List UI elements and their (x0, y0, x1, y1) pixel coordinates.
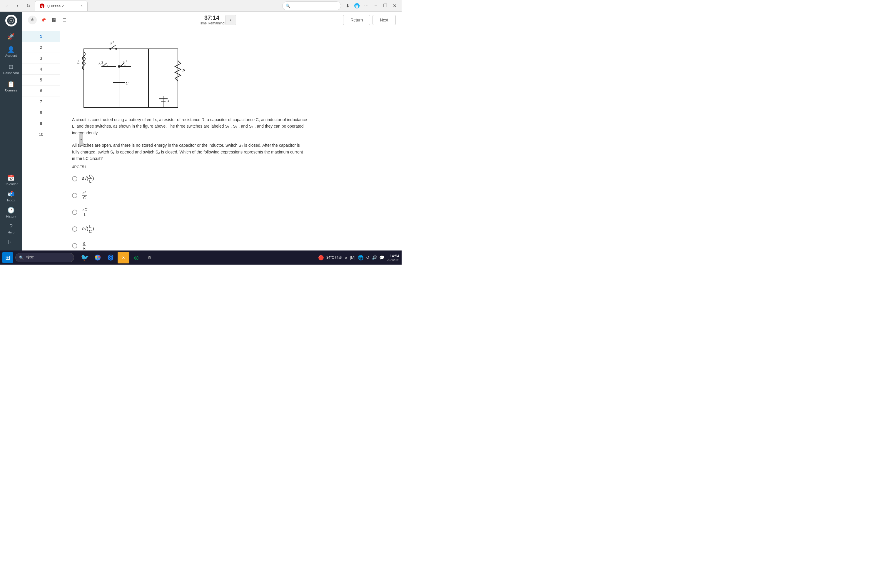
question-nav-item-10[interactable]: 10 (22, 129, 60, 140)
panel-collapse-button[interactable]: ▸ (79, 134, 83, 145)
browser-translate-button[interactable]: 🌐 (353, 2, 361, 10)
help-icon: ? (9, 223, 13, 230)
question-id: 4PCE51 (72, 165, 390, 169)
svg-point-21 (124, 66, 126, 68)
question-nav-item-6[interactable]: 6 (22, 86, 60, 96)
taskbar-app-green[interactable]: ◎ (130, 252, 142, 263)
taskbar-app-monitor[interactable]: 🖥 (144, 252, 155, 263)
choice-a-expr: ε√(CL) (82, 174, 94, 183)
question-stem: All switches are open, and there is no s… (72, 142, 307, 162)
browser-refresh-button[interactable]: ↻ (24, 2, 32, 10)
answer-choices: ε√(CL) εL C (72, 174, 248, 250)
question-nav-panel: 1 2 3 4 5 6 7 8 9 10 (22, 28, 60, 250)
pin-button[interactable]: 📌 (39, 16, 47, 24)
courses-label: Courses (5, 88, 17, 92)
sidebar-collapse-button[interactable]: |← (3, 236, 19, 248)
sidebar-item-courses[interactable]: 📋 Courses (0, 78, 22, 94)
top-bar-logo (28, 16, 37, 24)
radio-b[interactable] (72, 193, 77, 198)
sidebar-item-account[interactable]: 👤 Account (0, 44, 22, 60)
calendar-label: Calendar (4, 182, 18, 186)
question-nav-item-7[interactable]: 7 (22, 96, 60, 107)
svg-text:ε: ε (168, 98, 170, 103)
sidebar-item-dashboard[interactable]: ⊞ Dashboard (0, 61, 22, 77)
taskbar-app-yellow[interactable]: X (118, 252, 129, 263)
sidebar-item-history[interactable]: 🕐 History (3, 204, 19, 220)
browser-close-button[interactable]: ✕ (390, 2, 399, 10)
help-label: Help (8, 231, 14, 234)
browser-actions: ⬇ 🌐 ⋯ − ❐ ✕ (344, 2, 399, 10)
question-nav-item-8[interactable]: 8 (22, 107, 60, 118)
start-button[interactable]: ⊞ (2, 252, 13, 263)
notebook-button[interactable]: 📓 (50, 16, 58, 24)
svg-text:S: S (99, 62, 100, 66)
next-button[interactable]: Next (372, 15, 396, 25)
answer-choice-d[interactable]: ε√(LC) (72, 224, 248, 234)
taskbar-app-chrome[interactable] (92, 252, 104, 263)
question-nav-item-3[interactable]: 3 (22, 53, 60, 64)
tab-close-button[interactable]: × (81, 4, 82, 8)
question-nav-item-9[interactable]: 9 (22, 118, 60, 129)
calendar-icon: 📅 (8, 174, 15, 182)
question-nav-item-5[interactable]: 5 (22, 75, 60, 86)
account-icon: 👤 (8, 46, 15, 53)
choice-c-expr: εC L (82, 207, 88, 217)
taskbar-notification-icon[interactable]: 💬 (379, 255, 384, 260)
taskbar-globe-icon: 🌐 (358, 255, 364, 261)
taskbar-weather: 34°C 晴朗 (326, 255, 342, 260)
question-description: A circuit is constructed using a battery… (72, 116, 307, 136)
taskbar-right: 🔴 34°C 晴朗 ∧ |M| 🌐 ↺ 🔊 💬 14:54 2024/9/6 (318, 254, 399, 262)
radio-e[interactable] (72, 243, 77, 248)
collapse-icon: |← (8, 239, 14, 244)
browser-menu-button[interactable]: ⋯ (362, 2, 370, 10)
radio-a[interactable] (72, 176, 77, 182)
taskbar-volume-icon: 🔊 (372, 255, 377, 260)
menu-button[interactable]: ☰ (60, 16, 69, 24)
taskbar-search-label: 搜索 (26, 255, 34, 260)
taskbar-search[interactable]: 🔍 搜索 (15, 253, 74, 262)
sidebar-item-home[interactable]: 🚀 (0, 31, 22, 42)
browser-forward-button[interactable]: › (14, 2, 22, 10)
inbox-icon: 📬 (8, 190, 15, 198)
svg-text:C: C (126, 81, 129, 86)
timer-prev-button[interactable]: ‹ (225, 15, 236, 25)
question-nav-item-2[interactable]: 2 (22, 42, 60, 53)
answer-choice-a[interactable]: ε√(CL) (72, 174, 248, 183)
browser-address-bar[interactable]: 🔍 (282, 2, 341, 10)
radio-d[interactable] (72, 226, 77, 232)
sidebar-item-inbox[interactable]: 📬 Inbox (3, 188, 19, 204)
browser-restore-button[interactable]: ❐ (381, 2, 389, 10)
answer-choice-e[interactable]: ε R (72, 241, 248, 250)
question-nav-item-4[interactable]: 4 (22, 64, 60, 75)
taskbar-up-icon[interactable]: ∧ (345, 255, 348, 260)
taskbar-app-bird[interactable]: 🐦 (79, 252, 90, 263)
answer-choice-b[interactable]: εL C (72, 190, 248, 200)
browser-minimize-button[interactable]: − (372, 2, 380, 10)
sidebar-item-help[interactable]: ? Help (3, 220, 19, 236)
taskbar-clock[interactable]: 14:54 2024/9/6 (387, 254, 399, 262)
taskbar-sync-icon: ↺ (366, 255, 369, 260)
browser-back-button[interactable]: ‹ (3, 2, 11, 10)
svg-text:L: L (77, 60, 80, 64)
svg-line-14 (103, 63, 107, 66)
svg-point-2 (10, 20, 12, 21)
taskbar-app-edge[interactable]: 🌀 (105, 252, 116, 263)
dashboard-icon: ⊞ (9, 63, 14, 70)
answer-choice-c[interactable]: εC L (72, 207, 248, 217)
question-nav-item-1[interactable]: 1 (22, 31, 60, 42)
sidebar-item-calendar[interactable]: 📅 Calendar (3, 172, 19, 188)
timer-section: 37:14 Time Remaining (199, 14, 225, 25)
dashboard-label: Dashboard (3, 71, 19, 75)
tab-favicon: Q (40, 3, 44, 8)
content-area: 1 2 3 4 5 6 7 8 9 10 ▸ (22, 28, 402, 250)
choice-b-expr: εL C (82, 190, 87, 200)
choice-e-expr: ε R (82, 241, 86, 250)
radio-c[interactable] (72, 210, 77, 215)
browser-download-button[interactable]: ⬇ (344, 2, 352, 10)
inbox-label: Inbox (7, 198, 15, 202)
active-tab[interactable]: Q Quizzes 2 × (35, 1, 88, 11)
sidebar-bottom: 📅 Calendar 📬 Inbox 🕐 History ? Help |← (3, 172, 19, 248)
svg-text:S: S (110, 41, 112, 45)
return-button[interactable]: Return (343, 15, 370, 25)
tab-title: Quizzes 2 (47, 4, 78, 8)
